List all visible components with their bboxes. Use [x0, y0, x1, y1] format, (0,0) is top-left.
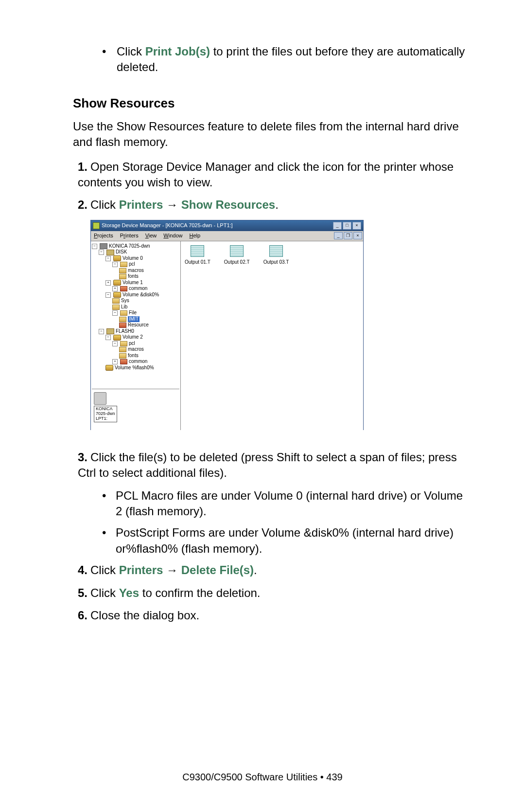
link-yes: Yes [119, 586, 139, 599]
bullet-dot: • [102, 488, 116, 520]
heading-show-resources: Show Resources [73, 95, 467, 112]
expand-icon[interactable]: − [112, 262, 118, 267]
app-icon [93, 222, 100, 229]
link-print-jobs: Print Job(s) [145, 45, 210, 58]
step-text: Close the dialog box. [90, 609, 199, 622]
tree-item[interactable]: pcl [129, 341, 135, 347]
printer-thumb-icon[interactable] [94, 392, 106, 405]
step-text: Click the file(s) to be deleted (press S… [78, 451, 457, 479]
printer-thumbnail-area: KONICA 7025-dwn LPT1: [92, 389, 179, 428]
page-footer: C9300/C9500 Software Utilities • 439 [0, 772, 525, 783]
folder-icon [119, 347, 126, 352]
file-item[interactable]: Output 03.T [263, 245, 289, 266]
tree-item[interactable]: Volume &disk0% [122, 292, 159, 298]
expand-icon[interactable]: − [112, 341, 118, 346]
para-intro: Use the Show Resources feature to delete… [73, 119, 467, 150]
disk-icon [113, 292, 121, 298]
intro-bullet-text: Click Print Job(s) to print the files ou… [117, 44, 467, 75]
file-label: Output 01.T [185, 259, 210, 266]
text-plain: Click [117, 45, 145, 58]
tree-item[interactable]: Lib [121, 304, 127, 310]
doc-minimize-button[interactable]: _ [334, 232, 343, 239]
folder-icon [112, 298, 120, 304]
tree-item[interactable]: common [129, 286, 147, 292]
tree-item[interactable]: pcl [129, 261, 135, 268]
doc-window-controls[interactable]: _ ❐ × [334, 232, 362, 239]
file-icon [269, 245, 283, 257]
folder-icon [120, 310, 127, 316]
drive-icon [106, 250, 114, 255]
folder-icon [120, 359, 127, 364]
file-item[interactable]: Output 02.T [224, 245, 250, 266]
minimize-button[interactable]: _ [333, 222, 342, 230]
expand-icon[interactable]: + [112, 286, 118, 291]
file-icon [191, 245, 204, 257]
file-label: Output 02.T [224, 259, 250, 266]
tree-item[interactable]: common [129, 359, 147, 365]
folder-icon [119, 268, 126, 273]
tree-item[interactable]: Volume 0 [122, 255, 143, 262]
step-text: Open Storage Device Manager and click th… [78, 160, 454, 189]
expand-icon[interactable]: − [99, 329, 104, 334]
window-title: Storage Device Manager - [KONICA 7025-dw… [102, 222, 233, 229]
tree-root[interactable]: KONICA 7025-dwn [109, 243, 150, 250]
menu-help[interactable]: Help [189, 232, 200, 239]
expand-icon[interactable]: − [105, 292, 111, 298]
tree-item[interactable]: Resource [128, 322, 149, 328]
step-4: 4.Click Printers → Delete File(s). [78, 562, 467, 578]
step-text: Click Printers → Show Resources. [90, 198, 279, 211]
menu-view[interactable]: View [145, 232, 157, 239]
expand-icon[interactable]: − [105, 256, 111, 261]
step-5: 5.Click Yes to confirm the deletion. [78, 585, 467, 601]
step-text: Click Printers → Delete File(s). [90, 563, 257, 577]
close-button[interactable]: × [352, 222, 361, 230]
expand-icon[interactable]: + [105, 280, 111, 286]
bullet-dot: • [102, 525, 116, 557]
folder-icon [120, 286, 127, 291]
tree-item[interactable]: FLASH0 [116, 328, 134, 335]
file-label: Output 03.T [263, 259, 289, 266]
drive-icon [106, 328, 114, 334]
tree-pane: −KONICA 7025-dwn −DISK −Volume 0 −pcl ma… [91, 241, 181, 430]
tree-item[interactable]: DISK [116, 249, 127, 255]
file-item[interactable]: Output 01.T [185, 245, 210, 266]
tree-item[interactable]: Volume %flash0% [115, 365, 154, 371]
tree-item[interactable]: macros [128, 268, 144, 274]
menu-projects[interactable]: Projects [94, 232, 113, 239]
storage-device-manager-window: Storage Device Manager - [KONICA 7025-dw… [90, 220, 364, 430]
tree-item[interactable]: Sys [121, 298, 129, 304]
expand-icon[interactable]: − [112, 310, 118, 316]
expand-icon[interactable]: − [105, 335, 111, 340]
intro-bullet-item: • Click Print Job(s) to print the files … [102, 44, 467, 75]
expand-icon[interactable]: + [112, 359, 118, 364]
folder-icon [119, 323, 126, 328]
step-number: 2. [78, 197, 90, 213]
step-text: Click Yes to confirm the deletion. [90, 586, 261, 599]
tree-item[interactable]: fonts [128, 353, 139, 359]
doc-restore-button[interactable]: ❐ [344, 232, 352, 239]
printer-thumb-label: KONICA 7025-dwn LPT1: [94, 406, 117, 422]
tree-item-selected[interactable]: IMIT [128, 316, 140, 323]
disk-icon [113, 335, 121, 341]
menu-window[interactable]: Window [163, 232, 182, 239]
menubar: Projects Printers View Window Help _ ❐ × [91, 231, 363, 241]
maximize-button[interactable]: □ [343, 222, 351, 230]
file-icon [230, 245, 244, 257]
menu-printers[interactable]: Printers [120, 232, 139, 239]
sub-bullet-text: PCL Macro files are under Volume 0 (inte… [116, 488, 467, 520]
step-number: 4. [78, 562, 90, 578]
expand-icon[interactable]: − [99, 250, 104, 255]
tree-view[interactable]: −KONICA 7025-dwn −DISK −Volume 0 −pcl ma… [92, 243, 179, 389]
link-show-resources: Show Resources [181, 198, 275, 211]
tree-item[interactable]: File [129, 310, 137, 316]
tree-item[interactable]: macros [128, 346, 144, 353]
expand-icon[interactable]: − [92, 244, 97, 249]
tree-item[interactable]: Volume 1 [122, 280, 143, 286]
tree-item[interactable]: fonts [128, 273, 139, 280]
folder-icon [119, 317, 126, 322]
tree-item[interactable]: Volume 2 [122, 334, 143, 341]
link-printers: Printers [119, 198, 163, 211]
window-controls[interactable]: _ □ × [333, 222, 361, 230]
folder-icon [120, 262, 127, 267]
doc-close-button[interactable]: × [353, 232, 362, 239]
